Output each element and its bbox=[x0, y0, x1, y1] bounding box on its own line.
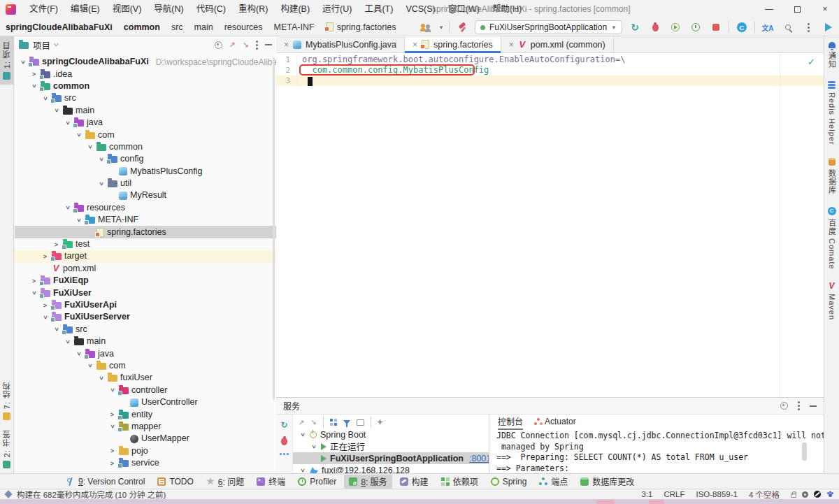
tool-window-button-terminal[interactable]: 终端 bbox=[252, 475, 290, 489]
stripe-button-redis-icon[interactable]: Redis Helper bbox=[828, 81, 836, 145]
tree-chevron-icon[interactable] bbox=[30, 278, 38, 285]
tree-chevron-icon[interactable] bbox=[30, 71, 38, 78]
maximize-button[interactable] bbox=[783, 0, 811, 18]
locate-file-icon[interactable] bbox=[215, 41, 222, 49]
line-number[interactable]: 3 bbox=[276, 75, 297, 86]
editor-tab[interactable]: ×MybatisPlusConfig.java bbox=[276, 36, 405, 52]
collapse-icon[interactable]: ↘ bbox=[310, 419, 316, 426]
tree-row[interactable]: MyResult bbox=[15, 189, 276, 201]
status-widget[interactable]: 3:1 bbox=[641, 490, 652, 498]
tree-chevron-icon[interactable] bbox=[97, 156, 105, 163]
debug-service-icon[interactable] bbox=[281, 438, 287, 445]
stripe-button-maven-icon[interactable]: VMaven bbox=[828, 282, 836, 320]
tree-row[interactable]: src bbox=[15, 324, 276, 336]
tree-chevron-icon[interactable] bbox=[108, 447, 116, 454]
tree-chevron-icon[interactable] bbox=[75, 131, 83, 138]
tree-chevron-icon[interactable] bbox=[97, 180, 105, 187]
paw-icon[interactable] bbox=[826, 491, 833, 498]
gear-icon[interactable] bbox=[802, 491, 808, 498]
collab-dropdown-icon[interactable]: ▼ bbox=[438, 24, 444, 31]
menu-item[interactable]: 导航(N) bbox=[148, 0, 189, 18]
stripe-button-bookmarks-icon[interactable]: 2: 书签 bbox=[0, 425, 14, 473]
tree-chevron-icon[interactable] bbox=[108, 411, 116, 418]
collapse-all-icon[interactable]: ↘ bbox=[243, 41, 249, 50]
menu-item[interactable]: 代码(C) bbox=[190, 0, 232, 18]
tree-row[interactable]: test bbox=[15, 238, 276, 250]
menu-item[interactable]: 编辑(E) bbox=[64, 0, 106, 18]
service-row[interactable]: fuxi@192.168.126.128 bbox=[293, 464, 489, 473]
tree-row[interactable]: FuXiUserServer bbox=[15, 311, 276, 323]
tree-row[interactable]: controller bbox=[15, 384, 276, 396]
status-widget[interactable]: CRLF bbox=[664, 490, 684, 498]
service-port-link[interactable]: :8001 bbox=[469, 454, 489, 463]
tree-chevron-icon[interactable] bbox=[108, 423, 116, 430]
console-output[interactable]: JDBC Connection [com.mysql.cj.jdbc.Conne… bbox=[489, 429, 824, 473]
preview-icon[interactable] bbox=[357, 419, 364, 426]
stripe-button-project-icon[interactable]: 1: 项目 bbox=[0, 36, 14, 85]
tree-chevron-icon[interactable] bbox=[52, 241, 60, 248]
tool-window-button-problems[interactable]: 6: 问题 bbox=[201, 475, 249, 489]
breadcrumb-item[interactable]: spring.factories bbox=[320, 22, 402, 32]
stripe-button-comate-icon[interactable]: C百度 Comate bbox=[826, 207, 838, 270]
tree-chevron-icon[interactable] bbox=[97, 375, 105, 382]
status-widget[interactable]: ISO-8859-1 bbox=[696, 490, 737, 498]
project-tree-scrollbar[interactable] bbox=[273, 57, 275, 400]
tree-row[interactable]: java bbox=[15, 117, 276, 129]
tree-chevron-icon[interactable] bbox=[108, 460, 116, 467]
line-number[interactable]: 2 bbox=[276, 65, 297, 75]
tree-row[interactable]: config bbox=[15, 153, 276, 165]
close-button[interactable]: × bbox=[811, 0, 839, 18]
expand-all-icon[interactable]: ↗ bbox=[229, 41, 236, 50]
hide-panel-icon[interactable] bbox=[810, 405, 817, 407]
tool-window-button-build[interactable]: 构建 bbox=[395, 475, 433, 489]
menu-item[interactable]: 运行(U) bbox=[316, 0, 358, 18]
tree-row[interactable]: main bbox=[15, 105, 276, 117]
build-hammer-icon[interactable] bbox=[454, 20, 470, 34]
console-tab[interactable]: 控制台 bbox=[498, 415, 523, 430]
tree-chevron-icon[interactable] bbox=[86, 143, 94, 150]
editor-tab[interactable]: ×spring.factories bbox=[405, 36, 501, 52]
tool-window-button-todo[interactable]: TODO bbox=[152, 475, 198, 489]
chevron-down-icon[interactable]: > bbox=[51, 43, 62, 46]
group-by-icon[interactable] bbox=[330, 419, 337, 426]
tree-row[interactable]: common bbox=[15, 141, 276, 153]
search-everywhere-icon[interactable] bbox=[780, 20, 796, 34]
lock-icon[interactable] bbox=[791, 494, 796, 498]
tree-row[interactable]: java bbox=[15, 347, 276, 359]
tool-window-button-services-ic[interactable]: 8: 服务 bbox=[344, 475, 392, 489]
tree-row[interactable]: mapper bbox=[15, 421, 276, 433]
more-options-icon[interactable] bbox=[801, 20, 816, 34]
tree-row[interactable]: service bbox=[15, 457, 276, 469]
add-service-icon[interactable]: + bbox=[378, 419, 383, 426]
tree-chevron-icon[interactable] bbox=[41, 253, 49, 260]
breadcrumb-item[interactable]: common bbox=[118, 22, 166, 32]
menu-item[interactable]: 重构(R) bbox=[232, 0, 274, 18]
tree-row[interactable]: common bbox=[15, 80, 276, 92]
close-tab-icon[interactable]: × bbox=[413, 40, 417, 50]
tree-chevron-icon[interactable] bbox=[41, 302, 49, 309]
menu-item[interactable]: 工具(T) bbox=[358, 0, 399, 18]
breadcrumb-item[interactable]: main bbox=[189, 22, 219, 32]
inspections-ok-icon[interactable]: ✓ bbox=[808, 57, 815, 67]
tree-chevron-icon[interactable] bbox=[30, 289, 38, 296]
tree-row[interactable]: FuXiUser bbox=[15, 287, 276, 298]
tree-chevron-icon[interactable] bbox=[41, 314, 49, 321]
service-row[interactable]: 正在运行 bbox=[293, 440, 489, 452]
scroll-up-icon[interactable]: ↑ bbox=[813, 433, 817, 441]
tree-chevron-icon[interactable] bbox=[64, 338, 71, 345]
tree-chevron-icon[interactable] bbox=[86, 362, 94, 369]
run-configuration-select[interactable]: FuXiUserSpringBootApplication ▼ bbox=[475, 20, 622, 34]
stripe-button-database-icon[interactable]: 数据库 bbox=[826, 158, 838, 194]
console-scrollbar[interactable] bbox=[802, 442, 807, 461]
tree-row[interactable]: entity bbox=[15, 408, 276, 420]
menu-item[interactable]: 视图(V) bbox=[106, 0, 148, 18]
tool-window-button-dbch[interactable]: 数据库更改 bbox=[575, 475, 639, 489]
tree-row[interactable]: FuXiUserApi bbox=[15, 299, 276, 311]
tree-chevron-icon[interactable] bbox=[52, 107, 60, 114]
breadcrumb-item[interactable]: resources bbox=[219, 22, 268, 32]
menu-item[interactable]: 构建(B) bbox=[274, 0, 316, 18]
settings-target-icon[interactable] bbox=[780, 402, 788, 410]
notifications-muted-icon[interactable] bbox=[814, 491, 821, 498]
tree-row[interactable]: fuxiUser bbox=[15, 372, 276, 384]
collaboration-users-icon[interactable] bbox=[418, 20, 433, 34]
